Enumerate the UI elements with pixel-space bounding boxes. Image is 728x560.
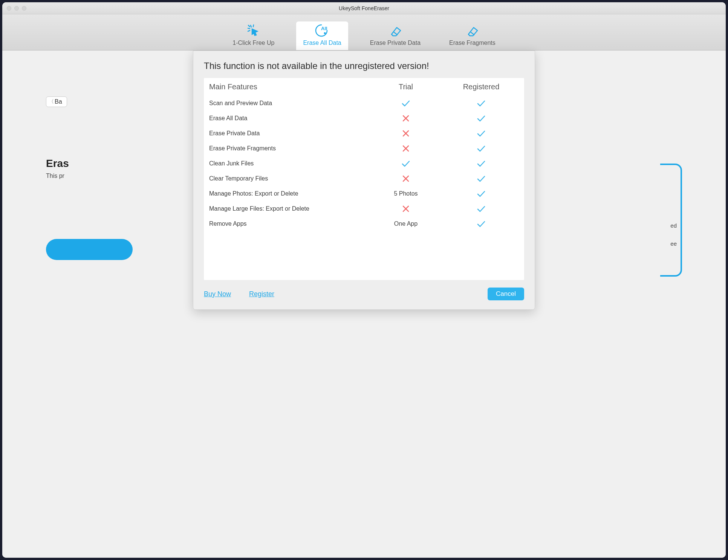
content-area: 〈 Ba Eras This pr ed ee This function is… [2, 50, 726, 558]
cross-icon [402, 175, 410, 181]
table-header-row: Main Features Trial Registered [204, 78, 524, 96]
back-button-label: Ba [55, 98, 62, 105]
registered-cell [444, 175, 519, 182]
modal-heading: This function is not available in the un… [193, 51, 535, 78]
modal-footer: Buy Now Register Cancel [193, 280, 535, 309]
check-icon [477, 160, 486, 166]
minimize-window-icon[interactable] [14, 6, 19, 11]
svg-line-0 [251, 25, 251, 27]
registered-cell [444, 145, 519, 152]
table-row: Erase Private Data [204, 126, 524, 141]
eraser-icon [388, 24, 402, 37]
svg-point-6 [324, 32, 326, 34]
tab-erase-all-data[interactable]: All Erase All Data [296, 21, 348, 50]
column-features: Main Features [209, 83, 368, 91]
table-row: Remove AppsOne App [204, 216, 524, 231]
svg-line-8 [471, 32, 474, 35]
tab-label: Erase Fragments [449, 40, 496, 46]
cell-text: 5 Photos [394, 190, 418, 197]
trial-cell [368, 205, 444, 213]
app-window: UkeySoft FoneEraser 1-Click Free Up [2, 2, 726, 558]
page-title: Eras [46, 158, 69, 170]
feature-name: Manage Photos: Export or Delete [209, 190, 368, 197]
unregistered-modal: This function is not available in the un… [193, 50, 535, 310]
cross-icon [402, 130, 410, 136]
traffic-lights [7, 6, 26, 11]
svg-line-7 [394, 32, 398, 35]
svg-text:All: All [321, 26, 327, 31]
table-row: Manage Large Files: Export or Delete [204, 201, 524, 216]
check-icon [477, 205, 486, 211]
registered-cell [444, 190, 519, 197]
tab-1click-free-up[interactable]: 1-Click Free Up [226, 21, 281, 50]
feature-name: Erase Private Fragments [209, 145, 368, 152]
svg-line-4 [248, 31, 250, 31]
tab-erase-fragments[interactable]: Erase Fragments [442, 22, 502, 50]
check-icon [477, 99, 486, 106]
check-icon [477, 220, 486, 226]
feature-name: Clean Junk Files [209, 160, 368, 167]
check-icon [477, 145, 486, 151]
table-row: Manage Photos: Export or Delete5 Photos [204, 186, 524, 201]
cursor-click-icon [247, 24, 260, 37]
feature-name: Manage Large Files: Export or Delete [209, 205, 368, 212]
cancel-button[interactable]: Cancel [488, 288, 524, 300]
feature-name: Scan and Preview Data [209, 100, 368, 107]
back-button[interactable]: 〈 Ba [46, 96, 67, 107]
trial-cell [368, 130, 444, 137]
feature-comparison-table: Main Features Trial Registered Scan and … [204, 78, 524, 280]
trial-cell [368, 175, 444, 182]
trial-cell [368, 145, 444, 152]
registered-cell [444, 220, 519, 228]
check-icon [401, 160, 410, 166]
cross-icon [402, 145, 410, 151]
register-link[interactable]: Register [249, 290, 274, 298]
close-window-icon[interactable] [7, 6, 11, 11]
table-row: Clear Temporary Files [204, 171, 524, 186]
main-toolbar: 1-Click Free Up All Erase All Data Erase… [2, 14, 726, 50]
feature-name: Clear Temporary Files [209, 175, 368, 182]
registered-cell [444, 130, 519, 137]
registered-cell [444, 99, 519, 107]
cell-text: One App [394, 220, 418, 227]
trial-cell: One App [368, 220, 444, 227]
tip-text-fragment: ed [670, 222, 677, 229]
trial-cell [368, 160, 444, 167]
table-row: Clean Junk Files [204, 156, 524, 171]
feature-name: Remove Apps [209, 220, 368, 227]
page-subtitle: This pr [46, 173, 64, 179]
table-row: Erase Private Fragments [204, 141, 524, 156]
cross-icon [402, 115, 410, 121]
zoom-window-icon[interactable] [22, 6, 26, 11]
check-icon [477, 175, 486, 181]
tab-label: Erase Private Data [370, 40, 421, 46]
svg-line-2 [248, 25, 250, 27]
trial-cell [368, 115, 444, 122]
svg-line-1 [248, 28, 250, 29]
registered-cell [444, 205, 519, 213]
erase-all-icon: All [315, 24, 330, 37]
column-registered: Registered [444, 83, 519, 91]
feature-name: Erase Private Data [209, 130, 368, 137]
buy-now-link[interactable]: Buy Now [204, 290, 231, 298]
trial-cell [368, 99, 444, 107]
column-trial: Trial [368, 83, 444, 91]
check-icon [477, 115, 486, 121]
feature-name: Erase All Data [209, 115, 368, 122]
trial-cell: 5 Photos [368, 190, 444, 197]
check-icon [477, 190, 486, 196]
table-row: Erase All Data [204, 111, 524, 126]
window-title: UkeySoft FoneEraser [2, 5, 726, 11]
tip-text-fragment: ee [670, 240, 677, 247]
tab-erase-private-data[interactable]: Erase Private Data [363, 22, 427, 50]
titlebar: UkeySoft FoneEraser [2, 2, 726, 14]
chevron-left-icon: 〈 [49, 98, 54, 105]
registered-cell [444, 115, 519, 122]
table-row: Scan and Preview Data [204, 96, 524, 111]
tip-bracket [660, 164, 682, 277]
check-icon [401, 99, 410, 106]
cross-icon [402, 205, 410, 211]
tab-label: 1-Click Free Up [232, 40, 274, 46]
primary-action-button[interactable] [46, 239, 133, 260]
registered-cell [444, 160, 519, 167]
